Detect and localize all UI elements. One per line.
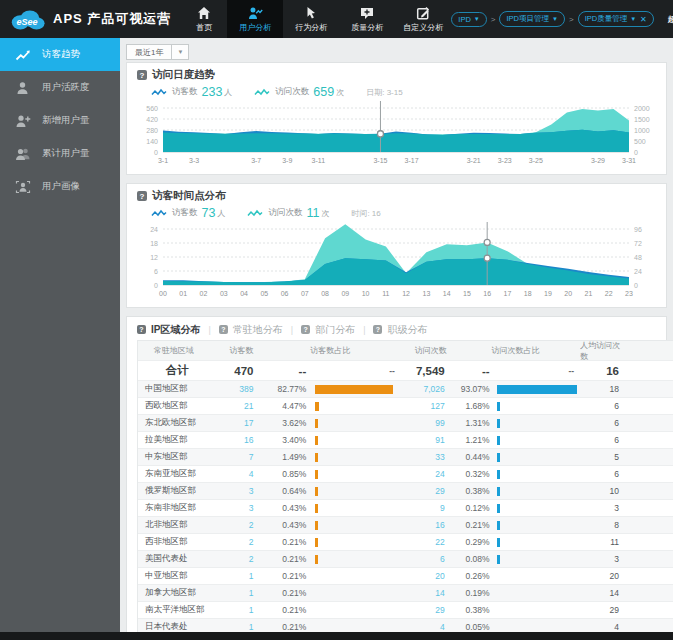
table-row[interactable]: 俄罗斯地区部30.64%290.38%10 xyxy=(138,483,673,500)
visitors-cell[interactable]: 7 xyxy=(210,449,260,465)
visits-cell[interactable]: 16 xyxy=(401,517,451,533)
help-icon[interactable]: ? xyxy=(373,325,382,334)
table-row[interactable]: 中东地区部71.49%330.44%5 xyxy=(138,449,673,466)
visitors-bar-cell xyxy=(311,517,401,533)
visitors-cell[interactable]: 2 xyxy=(210,534,260,550)
svg-text:48: 48 xyxy=(634,254,642,261)
legend-visitors[interactable]: 访客数 73 人 xyxy=(151,206,225,220)
help-icon[interactable]: ? xyxy=(137,191,147,201)
visits-bar-cell xyxy=(493,602,581,618)
user-icon xyxy=(15,80,32,95)
table-row[interactable]: 东北欧地区部173.62%991.31%6 xyxy=(138,415,673,432)
visits-cell[interactable]: 24 xyxy=(401,466,451,482)
hourly-distribution-chart[interactable]: 0062412481872249600010203040506070809101… xyxy=(137,221,656,303)
visits-pct-cell: 0.08% xyxy=(451,551,493,567)
table-row[interactable]: 中国地区部38982.77%7,02693.07%18 xyxy=(138,381,673,398)
visitors-cell[interactable]: 3 xyxy=(210,500,260,516)
visits-cell[interactable]: 7,026 xyxy=(401,381,451,397)
visitors-cell[interactable]: 3 xyxy=(210,483,260,499)
visits-cell[interactable]: 127 xyxy=(401,398,451,414)
visitors-cell[interactable]: 2 xyxy=(210,517,260,533)
sidebar-item-1[interactable]: 用户活跃度 xyxy=(0,71,120,104)
visitors-cell[interactable]: 389 xyxy=(210,381,260,397)
visitors-cell[interactable]: 21 xyxy=(210,398,260,414)
table-row[interactable]: 加拿大地区部10.21%140.19%14 xyxy=(138,585,673,602)
time-range-button[interactable]: 最近1年 ▼ xyxy=(126,44,189,60)
chevron-down-icon[interactable]: ▼ xyxy=(474,16,480,22)
table-row[interactable]: 南太平洋地区部10.21%290.38%29 xyxy=(138,602,673,619)
table-row[interactable]: 东南非地区部30.43%90.12%3 xyxy=(138,500,673,517)
visits-cell[interactable]: 9 xyxy=(401,500,451,516)
nav-item-4[interactable]: 自定义分析 xyxy=(395,0,451,38)
visitors-bar xyxy=(315,538,318,547)
visits-bar xyxy=(497,419,500,428)
visitors-cell[interactable]: 17 xyxy=(210,415,260,431)
help-icon[interactable]: ? xyxy=(137,70,147,80)
tab-0[interactable]: ?IP区域分布 xyxy=(137,323,200,337)
visits-cell[interactable]: 14 xyxy=(401,585,451,601)
help-icon[interactable]: ? xyxy=(137,325,146,334)
visits-cell[interactable]: 33 xyxy=(401,449,451,465)
visits-cell[interactable]: 99 xyxy=(401,415,451,431)
legend-visitors[interactable]: 访客数 233 人 xyxy=(151,85,232,99)
column-header[interactable]: 人均访问次数 xyxy=(580,341,673,360)
breadcrumb-pill-0[interactable]: IPD▼ xyxy=(451,12,486,27)
visitors-cell[interactable]: 1 xyxy=(210,619,260,632)
help-icon[interactable]: ? xyxy=(219,325,228,334)
visitors-cell[interactable]: 1 xyxy=(210,585,260,601)
nav-item-0[interactable]: 首页 xyxy=(181,0,227,38)
table-row[interactable]: 北非地区部20.43%160.21%8 xyxy=(138,517,673,534)
table-row[interactable]: 西欧地区部214.47%1271.68%6 xyxy=(138,398,673,415)
visitors-cell[interactable]: 16 xyxy=(210,432,260,448)
visits-cell[interactable]: 29 xyxy=(401,602,451,618)
svg-text:3-23: 3-23 xyxy=(498,157,512,164)
table-row[interactable]: 东南亚地区部40.85%240.32%6 xyxy=(138,466,673,483)
table-row[interactable]: 中亚地区部10.21%200.26%20 xyxy=(138,568,673,585)
visits-cell[interactable]: 29 xyxy=(401,483,451,499)
breadcrumb-pill-1[interactable]: IPD项目管理▼ xyxy=(499,11,564,27)
sidebar-item-2[interactable]: 新增用户量 xyxy=(0,104,120,137)
breadcrumb-pill-2[interactable]: IPD质量管理▼✕ xyxy=(578,11,654,27)
time-range-caret-icon[interactable]: ▼ xyxy=(172,44,189,60)
nav-item-2[interactable]: 行为分析 xyxy=(283,0,339,38)
tab-2[interactable]: ?部门分布 xyxy=(301,323,355,337)
column-header[interactable]: 访问次数占比 xyxy=(451,341,580,360)
nav-item-3[interactable]: 质量分析 xyxy=(339,0,395,38)
column-header[interactable]: 访客数 xyxy=(210,341,260,360)
sidebar-item-3[interactable]: 累计用户量 xyxy=(0,137,120,170)
column-header[interactable]: 访问次数 xyxy=(401,341,451,360)
legend-visits[interactable]: 访问次数 659 次 xyxy=(254,85,344,99)
visits-cell[interactable]: 22 xyxy=(401,534,451,550)
visitors-cell[interactable]: 4 xyxy=(210,466,260,482)
visits-cell[interactable]: 91 xyxy=(401,432,451,448)
help-icon[interactable]: ? xyxy=(301,325,310,334)
visits-cell[interactable]: 20 xyxy=(401,568,451,584)
tab-3[interactable]: ?职级分布 xyxy=(373,323,427,337)
region-cell: 日本代表处 xyxy=(138,619,210,632)
tab-1[interactable]: ?常驻地分布 xyxy=(219,323,283,337)
table-row[interactable]: 日本代表处10.21%40.05%4 xyxy=(138,619,673,632)
sidebar-item-label: 用户画像 xyxy=(42,180,80,193)
sidebar-item-4[interactable]: 用户画像 xyxy=(0,170,120,203)
sidebar-item-0[interactable]: 访客趋势 xyxy=(0,38,120,71)
chevron-down-icon[interactable]: ▼ xyxy=(552,16,558,22)
column-header[interactable]: 访客数占比 xyxy=(260,341,401,360)
table-row[interactable]: 美国代表处20.21%60.08%3 xyxy=(138,551,673,568)
chevron-down-icon[interactable]: ▼ xyxy=(630,16,636,22)
column-header[interactable]: 常驻地区域 xyxy=(138,341,210,360)
nav-item-1[interactable]: 用户分析 xyxy=(227,0,283,38)
time-range-label[interactable]: 最近1年 xyxy=(126,44,172,60)
visitors-cell[interactable]: 1 xyxy=(210,602,260,618)
visitors-bar-cell xyxy=(311,500,401,516)
svg-text:3-3: 3-3 xyxy=(189,157,199,164)
visitors-cell[interactable]: 2 xyxy=(210,551,260,567)
visitors-pct-cell: 0.21% xyxy=(260,585,312,601)
table-row[interactable]: 西非地区部20.21%220.29%11 xyxy=(138,534,673,551)
daily-trend-chart[interactable]: 001405002801000420150056020003-13-33-73-… xyxy=(137,100,656,170)
table-row[interactable]: 拉美地区部163.40%911.21%6 xyxy=(138,432,673,449)
legend-visits[interactable]: 访问次数 11 次 xyxy=(247,206,329,220)
visits-cell[interactable]: 6 xyxy=(401,551,451,567)
visits-cell[interactable]: 4 xyxy=(401,619,451,632)
close-icon[interactable]: ✕ xyxy=(640,15,647,24)
visitors-cell[interactable]: 1 xyxy=(210,568,260,584)
